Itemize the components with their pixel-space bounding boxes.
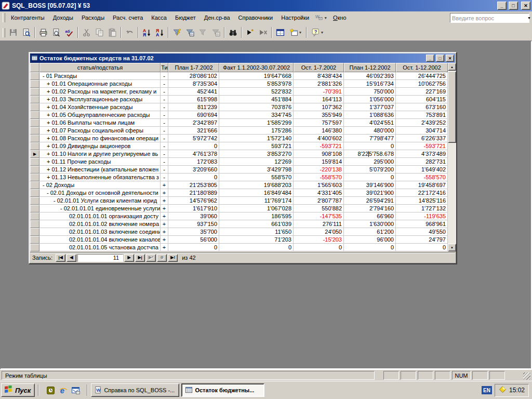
new-object-icon[interactable]: ▼: [287, 26, 304, 39]
value-cell[interactable]: 4'024'551: [344, 119, 396, 127]
new-record-icon[interactable]: *: [244, 26, 257, 39]
doc-minimize-icon[interactable]: _: [426, 55, 434, 62]
scroll-up-icon[interactable]: ▲: [448, 63, 456, 71]
column-header-0[interactable]: статья/подстатья: [39, 63, 161, 72]
type-cell[interactable]: +: [161, 236, 168, 244]
value-cell[interactable]: 19'458'697: [396, 181, 448, 189]
type-cell[interactable]: +: [161, 205, 168, 212]
article-cell[interactable]: + 01.13 Невыполненные обязяательства з: [39, 174, 161, 181]
value-cell[interactable]: 1'630'000: [344, 220, 396, 228]
type-cell[interactable]: +: [161, 181, 168, 189]
article-cell[interactable]: + 01.09 Дивиденды акционеров: [39, 142, 161, 150]
value-cell[interactable]: 276'111: [294, 220, 344, 228]
menu-item-8[interactable]: Настройки: [277, 13, 313, 22]
value-cell[interactable]: -147'535: [294, 212, 344, 220]
value-cell[interactable]: 96'000: [344, 236, 396, 244]
value-cell[interactable]: -593'721: [396, 142, 448, 150]
value-cell[interactable]: 3'853'270: [219, 150, 294, 158]
value-cell[interactable]: 1'088'636: [344, 111, 396, 119]
type-cell[interactable]: +: [161, 197, 168, 205]
record-selector[interactable]: [30, 236, 39, 244]
database-window-icon[interactable]: [274, 26, 287, 39]
article-cell[interactable]: + 01.05 Общеуправленческие расходы: [39, 111, 161, 119]
value-cell[interactable]: -220'138: [294, 166, 344, 174]
record-selector[interactable]: [30, 72, 39, 80]
type-cell[interactable]: -: [161, 88, 168, 96]
print-preview-icon[interactable]: [50, 26, 63, 39]
first-record-button[interactable]: |◀: [56, 254, 65, 262]
record-selector[interactable]: [30, 127, 39, 135]
record-selector[interactable]: [30, 142, 39, 150]
last-record-button[interactable]: ▶|: [135, 254, 145, 262]
article-cell[interactable]: - 02 Доходы: [39, 181, 161, 189]
value-cell[interactable]: 2'439'252: [396, 119, 448, 127]
value-cell[interactable]: 593'721: [219, 142, 294, 150]
value-cell[interactable]: 1'572'140: [219, 135, 294, 142]
value-cell[interactable]: 4'400'602: [294, 135, 344, 142]
vertical-scrollbar[interactable]: ▲ ▼: [448, 63, 456, 251]
value-cell[interactable]: 7'798'477: [344, 135, 396, 142]
go-last-edited-button[interactable]: ▶!: [168, 254, 178, 262]
type-cell[interactable]: -: [161, 158, 168, 166]
scrollbar-thumb[interactable]: [448, 71, 456, 143]
value-cell[interactable]: 66'960: [344, 212, 396, 220]
resize-grip[interactable]: [523, 373, 530, 380]
value-cell[interactable]: 0: [294, 244, 344, 251]
value-cell[interactable]: 522'832: [219, 88, 294, 96]
column-header-4[interactable]: Ост. 1-7.2002: [294, 63, 344, 72]
value-cell[interactable]: 0: [344, 142, 396, 150]
value-cell[interactable]: 21'253'805: [168, 181, 219, 189]
value-cell[interactable]: 19'647'668: [219, 72, 294, 80]
article-cell[interactable]: + 01.04 Хозяйственные расходы: [39, 103, 161, 111]
value-cell[interactable]: 1'617'910: [168, 205, 219, 212]
clock-icon[interactable]: [45, 385, 56, 395]
value-cell[interactable]: 908'108: [294, 150, 344, 158]
article-cell[interactable]: + 01.02 Расходы на маркетинг, рекламу и: [39, 88, 161, 96]
filter-by-form-icon[interactable]: [183, 26, 196, 39]
value-cell[interactable]: 49'550: [396, 228, 448, 236]
value-cell[interactable]: 19'688'203: [219, 181, 294, 189]
article-cell[interactable]: + 01.12 Инвестиции (капитальные вложен: [39, 166, 161, 174]
record-selector[interactable]: [30, 189, 39, 197]
value-cell[interactable]: 4'331'405: [294, 189, 344, 197]
article-cell[interactable]: 02.01.01.01.04 включение каналов: [39, 236, 161, 244]
next-record-button[interactable]: ▶: [124, 254, 134, 262]
value-cell[interactable]: 39'146'900: [344, 181, 396, 189]
type-cell[interactable]: -: [161, 135, 168, 142]
value-cell[interactable]: 227'169: [396, 88, 448, 96]
spelling-icon[interactable]: аб: [63, 26, 76, 39]
value-cell[interactable]: 1'649'402: [396, 166, 448, 174]
value-cell[interactable]: 21'180'889: [168, 189, 219, 197]
value-cell[interactable]: 24'050: [294, 228, 344, 236]
value-cell[interactable]: -15'203: [294, 236, 344, 244]
scrollbar-track[interactable]: [448, 143, 456, 244]
record-selector[interactable]: [30, 220, 39, 228]
value-cell[interactable]: 753'891: [396, 111, 448, 119]
sort-descending-icon[interactable]: ЯА: [153, 26, 166, 39]
record-selector[interactable]: [30, 103, 39, 111]
value-cell[interactable]: 334'745: [219, 111, 294, 119]
value-cell[interactable]: 16'849'484: [219, 189, 294, 197]
article-cell[interactable]: + 01.07 Расходы социальной сферы: [39, 127, 161, 135]
ask-dropdown-icon[interactable]: ▼: [527, 14, 531, 22]
value-cell[interactable]: 61'200: [344, 228, 396, 236]
type-cell[interactable]: +: [161, 228, 168, 236]
value-cell[interactable]: 690'694: [168, 111, 219, 119]
article-cell[interactable]: 02.01.01.01.02 включение номера: [39, 220, 161, 228]
value-cell[interactable]: 164'113: [294, 96, 344, 103]
record-selector[interactable]: [30, 205, 39, 212]
record-selector[interactable]: [30, 96, 39, 103]
type-cell[interactable]: -: [161, 142, 168, 150]
record-selector[interactable]: [30, 158, 39, 166]
menu-item-5[interactable]: Бюджет: [171, 13, 200, 22]
type-cell[interactable]: +: [161, 212, 168, 220]
type-cell[interactable]: -: [161, 96, 168, 103]
value-cell[interactable]: 8'438'434: [294, 72, 344, 80]
value-cell[interactable]: 22'172'416: [396, 189, 448, 197]
menu-item-1[interactable]: Доходы: [49, 13, 77, 22]
value-cell[interactable]: 0: [168, 142, 219, 150]
value-cell[interactable]: 39'021'900: [344, 189, 396, 197]
article-cell[interactable]: - 01 Расходы: [39, 72, 161, 80]
value-cell[interactable]: 146'380: [294, 127, 344, 135]
value-cell[interactable]: 5'079'200: [344, 166, 396, 174]
